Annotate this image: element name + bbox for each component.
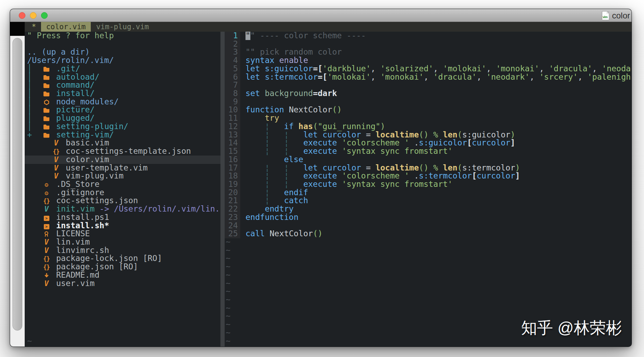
code-line-7[interactable]: 7	[225, 81, 631, 89]
tree-indent: │	[27, 72, 42, 81]
tree-item-basic.vim[interactable]: V basic.vim	[27, 139, 220, 147]
editor-empty-marker: ~	[225, 238, 631, 246]
tree-item-command[interactable]: │ command/	[27, 81, 220, 89]
code-line-3[interactable]: 3"" pick random color	[225, 48, 631, 56]
tabs-container: color.vimvim-plug.vim	[41, 22, 154, 32]
tree-item-label: autoload/	[56, 72, 99, 81]
vim-file-icon: V	[42, 238, 51, 247]
left-scrollbar-track[interactable]	[10, 36, 25, 347]
line-number: 25	[225, 230, 240, 238]
line-number: 2	[225, 40, 240, 48]
tree-item-setting-plugin[interactable]: │ setting-plugin/	[27, 122, 220, 131]
tree-item-lin.vim[interactable]: V lin.vim	[27, 238, 220, 246]
tree-blank-row	[27, 40, 220, 48]
tree-indent	[27, 270, 42, 279]
tree-item-install.ps1[interactable]: > install.ps1	[27, 213, 220, 222]
vim-file-icon: V	[51, 139, 61, 148]
tree-item-install[interactable]: │ install/	[27, 89, 220, 98]
left-scrollbar-thumb[interactable]	[13, 38, 22, 331]
code-line-14[interactable]: 14 ¦ ¦ execute 'colorscheme ' .s:guicolo…	[225, 139, 631, 147]
tree-item-coc-settings.json[interactable]: {} coc-settings.json	[27, 197, 220, 205]
code-line-12[interactable]: 12 ¦ if has("gui_running")	[225, 122, 631, 131]
tree-item-picture[interactable]: │ picture/	[27, 106, 220, 114]
code-line-2[interactable]: 2	[225, 40, 631, 48]
tree-indent	[27, 262, 42, 271]
vim-file-icon: V	[42, 279, 51, 288]
code-line-15[interactable]: 15 ¦ ¦ execute 'syntax sync fromstart'	[225, 147, 631, 156]
zoom-button[interactable]	[41, 12, 48, 19]
code-line-16[interactable]: 16 else	[225, 156, 631, 164]
tree-item-package.jsonRO[interactable]: {} package.json [RO]	[27, 263, 220, 271]
line-text: endfunction	[245, 213, 298, 222]
code-line-21[interactable]: 21 ¦ catch	[225, 197, 631, 205]
tree-item-nodemodules[interactable]: │ node_modules/	[27, 98, 220, 106]
tree-item-label: setting-vim/	[56, 130, 114, 139]
minimize-button[interactable]	[30, 12, 37, 19]
tree-item-label: command/	[56, 80, 95, 89]
tree-item-README.md[interactable]: README.md	[27, 271, 220, 279]
tree-item-install.sh[interactable]: > install.sh*	[27, 222, 220, 230]
pane-separator[interactable]	[220, 32, 225, 347]
code-line-18[interactable]: 18 ¦ ¦ execute 'colorscheme ' .s:termcol…	[225, 172, 631, 180]
tree-text-row: .. (up a dir)	[27, 48, 220, 56]
code-line-6[interactable]: 6let s:termcolor=['molokai', 'monokai', …	[225, 73, 631, 81]
line-number: 23	[225, 213, 240, 222]
tree-item-init.vim[interactable]: V init.vim -> /Users/rolin/.vim/lin.	[27, 205, 220, 213]
tree-item-setting-vim[interactable]: + setting-vim/	[27, 131, 220, 139]
tree-item-label: .git/	[56, 64, 80, 73]
tree-item-package-lock.jsonRO[interactable]: {} package-lock.json [RO]	[27, 254, 220, 263]
tree-indent	[27, 180, 42, 189]
tree-item-coc-settings-template.json[interactable]: {} coc-settings-template.json	[27, 147, 220, 156]
tree-item-LICENSE[interactable]: LICENSE	[27, 230, 220, 238]
tree-item-label: install/	[56, 89, 95, 98]
code-line-20[interactable]: 20 ¦ endif	[225, 189, 631, 197]
tree-blank-row	[27, 287, 220, 296]
tree-indent	[27, 221, 42, 230]
code-line-11[interactable]: 11 try	[225, 114, 631, 122]
close-button[interactable]	[19, 12, 25, 19]
code-line-24[interactable]: 24	[225, 222, 631, 230]
folder-icon	[42, 81, 51, 89]
code-line-13[interactable]: 13 ¦ ¦ let curcolor = localtime() % len(…	[225, 131, 631, 139]
code-line-23[interactable]: 23endfunction	[225, 213, 631, 222]
code-line-8[interactable]: 8set background=dark	[225, 89, 631, 98]
code-line-10[interactable]: 10function NextColor()	[225, 106, 631, 114]
tree-item-.git[interactable]: │ .git/	[27, 65, 220, 73]
code-line-5[interactable]: 5let s:guicolor=['darkblue', 'solarized'…	[225, 65, 631, 73]
tree-item-label: install.ps1	[56, 213, 109, 222]
tab-color.vim[interactable]: color.vim	[41, 22, 91, 32]
tree-item-label: user.vim	[56, 279, 95, 288]
tree-item-user.vim[interactable]: V user.vim	[27, 279, 220, 288]
code-line-19[interactable]: 19 ¦ ¦ execute 'syntax sync fromstart'	[225, 180, 631, 189]
tree-item-.DSStore[interactable]: ⚙ .DS_Store	[27, 180, 220, 189]
tree-item-color.vim[interactable]: V color.vim	[25, 156, 220, 164]
file-tree-pane: " Press ? for help .. (up a dir)/Users/r…	[25, 32, 220, 347]
tree-item-linvimrc.sh[interactable]: V linvimrc.sh	[27, 246, 220, 255]
code-line-25[interactable]: 25call NextColor()	[225, 230, 631, 238]
tree-item-label: linvimrc.sh	[56, 246, 109, 255]
tree-item-label: plugged/	[56, 113, 95, 122]
tree-item-.gitignore[interactable]: ⚙ .gitignore	[27, 189, 220, 197]
line-text: "" pick random color	[245, 47, 342, 56]
line-text: call NextColor()	[245, 229, 323, 238]
line-text: ¦ ¦ execute 'syntax sync fromstart'	[245, 146, 452, 156]
code-line-9[interactable]: 9	[225, 98, 631, 106]
folder-icon	[42, 73, 51, 81]
tree-item-plugged[interactable]: │ plugged/	[27, 114, 220, 122]
license-icon	[42, 230, 51, 238]
macvim-window: vim color * color.vimvim-plug.vim " Pres…	[10, 9, 632, 347]
editor-empty-marker: ~	[225, 296, 631, 304]
tab-vim-plug.vim[interactable]: vim-plug.vim	[91, 22, 154, 32]
tree-item-user-template.vim[interactable]: V user-template.vim	[27, 164, 220, 172]
tree-item-vim-plug.vim[interactable]: V vim-plug.vim	[27, 172, 220, 180]
window-titlebar[interactable]: vim color	[10, 9, 631, 22]
code-line-22[interactable]: 22 endtry	[225, 205, 631, 213]
editor-empty-marker: ~	[225, 263, 631, 271]
code-line-1[interactable]: 1"" ---- color scheme ----	[225, 32, 631, 40]
tree-item-autoload[interactable]: │ autoload/	[27, 73, 220, 81]
tree-indent	[27, 246, 42, 255]
code-line-4[interactable]: 4syntax enable	[225, 56, 631, 65]
tree-item-label: LICENSE	[56, 229, 90, 238]
vim-file-icon: V	[51, 164, 61, 173]
code-line-17[interactable]: 17 ¦ ¦ let curcolor = localtime() % len(…	[225, 164, 631, 172]
